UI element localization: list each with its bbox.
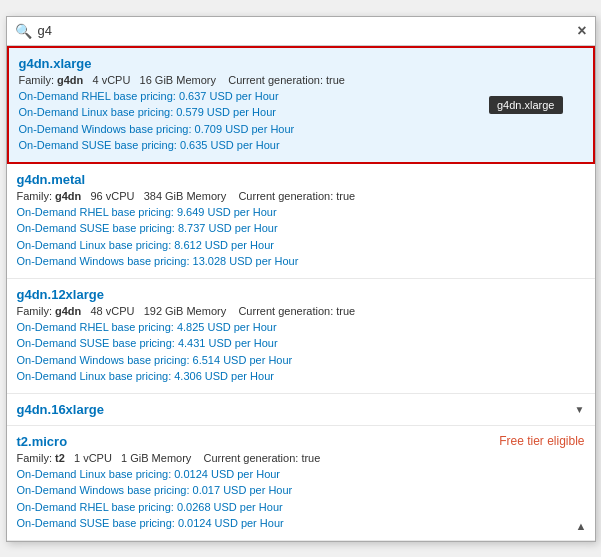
search-bar: 🔍 × bbox=[7, 17, 595, 46]
instance-specs: Family: g4dn 96 vCPU 384 GiB Memory Curr… bbox=[17, 190, 585, 202]
list-item[interactable]: g4dn.xlarge Family: g4dn 4 vCPU 16 GiB M… bbox=[7, 46, 595, 164]
instance-type-dropdown: 🔍 × g4dn.xlarge Family: g4dn 4 vCPU 16 G… bbox=[6, 16, 596, 542]
clear-icon[interactable]: × bbox=[577, 23, 586, 39]
instance-name: t2.micro bbox=[17, 434, 68, 449]
family-label: g4dn bbox=[57, 74, 83, 86]
pricing-line-3: On-Demand Windows base pricing: 13.028 U… bbox=[17, 253, 585, 270]
pricing-line-1: On-Demand SUSE base pricing: 4.431 USD p… bbox=[17, 335, 585, 352]
chevron-down-icon: ▼ bbox=[575, 404, 585, 415]
pricing-line-2: On-Demand Linux base pricing: 8.612 USD … bbox=[17, 237, 585, 254]
pricing-line-1: On-Demand SUSE base pricing: 8.737 USD p… bbox=[17, 220, 585, 237]
search-input[interactable] bbox=[38, 23, 578, 38]
family-label: g4dn bbox=[55, 190, 81, 202]
family-label: g4dn bbox=[55, 305, 81, 317]
pricing-line-3: On-Demand SUSE base pricing: 0.0124 USD … bbox=[17, 515, 585, 532]
pricing-line-0: On-Demand RHEL base pricing: 4.825 USD p… bbox=[17, 319, 585, 336]
pricing-line-0: On-Demand Linux base pricing: 0.0124 USD… bbox=[17, 466, 585, 483]
pricing-line-3: On-Demand SUSE base pricing: 0.635 USD p… bbox=[19, 137, 583, 154]
instance-name: g4dn.metal bbox=[17, 172, 585, 187]
pricing-line-2: On-Demand Windows base pricing: 0.709 US… bbox=[19, 121, 583, 138]
list-item[interactable]: t2.micro Free tier eligible Family: t2 1… bbox=[7, 426, 595, 541]
free-tier-badge: Free tier eligible bbox=[499, 434, 584, 448]
list-item[interactable]: g4dn.metal Family: g4dn 96 vCPU 384 GiB … bbox=[7, 164, 595, 279]
search-icon: 🔍 bbox=[15, 23, 32, 39]
pricing-line-2: On-Demand RHEL base pricing: 0.0268 USD … bbox=[17, 499, 585, 516]
instance-name: g4dn.xlarge bbox=[19, 56, 583, 71]
family-label: t2 bbox=[55, 452, 65, 464]
pricing-line-2: On-Demand Windows base pricing: 6.514 US… bbox=[17, 352, 585, 369]
pricing-line-0: On-Demand RHEL base pricing: 9.649 USD p… bbox=[17, 204, 585, 221]
selected-badge: g4dn.xlarge bbox=[489, 96, 563, 114]
scroll-up-icon[interactable]: ▲ bbox=[576, 520, 587, 532]
instance-specs: Family: g4dn 4 vCPU 16 GiB Memory Curren… bbox=[19, 74, 583, 86]
instance-name: g4dn.16xlarge bbox=[17, 402, 104, 417]
list-item[interactable]: g4dn.12xlarge Family: g4dn 48 vCPU 192 G… bbox=[7, 279, 595, 394]
pricing-line-3: On-Demand Linux base pricing: 4.306 USD … bbox=[17, 368, 585, 385]
results-list: g4dn.xlarge Family: g4dn 4 vCPU 16 GiB M… bbox=[7, 46, 595, 541]
pricing-line-1: On-Demand Windows base pricing: 0.017 US… bbox=[17, 482, 585, 499]
instance-specs: Family: t2 1 vCPU 1 GiB Memory Current g… bbox=[17, 452, 585, 464]
instance-name: g4dn.12xlarge bbox=[17, 287, 585, 302]
instance-specs: Family: g4dn 48 vCPU 192 GiB Memory Curr… bbox=[17, 305, 585, 317]
list-item-collapsed[interactable]: g4dn.16xlarge ▼ bbox=[7, 394, 595, 426]
